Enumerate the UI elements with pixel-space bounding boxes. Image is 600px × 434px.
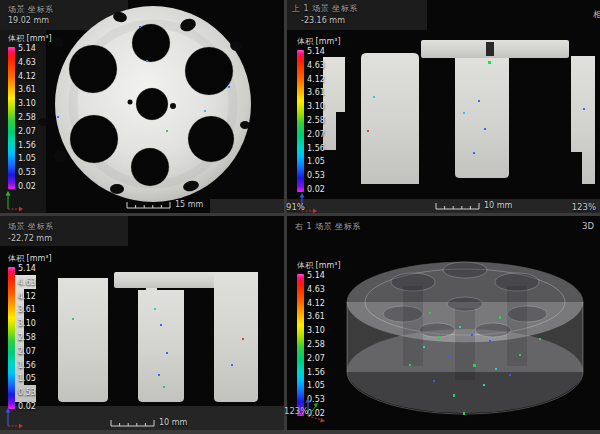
volume-color-legend: 体积 [mm³] 5.144.634.123.613.102.582.071.5… xyxy=(8,253,52,411)
slice-position: -23.16 mm xyxy=(301,16,345,25)
viewport-bottom-left[interactable]: 场景 坐标系 -22.72 mm 体积 [mm³] 5.144.634.123.… xyxy=(0,216,284,430)
scale-bar: 10 mm xyxy=(435,201,512,210)
view-mode-label: 3D xyxy=(582,221,594,231)
scale-bar-label: 10 mm xyxy=(484,202,512,210)
scale-bar-label: 10 mm xyxy=(159,419,187,427)
legend-tick: 1.05 xyxy=(307,382,325,390)
legend-tick: 5.14 xyxy=(18,265,36,273)
view-title: 场景 坐标系 xyxy=(8,221,54,232)
viewport-top-left[interactable]: 场景 坐标系 19.02 mm 体积 [mm³] 5.144.634.123.6… xyxy=(0,0,284,213)
legend-tick: 3.10 xyxy=(307,327,325,335)
legend-tick: 5.14 xyxy=(307,272,325,280)
zoom-level: 91% xyxy=(286,202,305,212)
legend-tick: 2.58 xyxy=(18,114,36,122)
legend-tick: 1.05 xyxy=(18,155,36,163)
legend-tick: 2.07 xyxy=(18,348,36,356)
legend-tick: 4.12 xyxy=(307,76,325,84)
scale-bar-ticks-icon xyxy=(110,418,156,427)
legend-tick: 4.63 xyxy=(18,59,36,67)
legend-tick: 2.07 xyxy=(307,131,325,139)
legend-tick: 1.56 xyxy=(18,362,36,370)
legend-gradient-bar[interactable] xyxy=(8,47,15,189)
volume-color-legend: 体积 [mm³] 5.144.634.123.613.102.582.071.5… xyxy=(8,33,52,191)
legend-tick: 4.12 xyxy=(18,293,36,301)
legend-tick: 0.53 xyxy=(18,169,36,177)
legend-gradient-bar[interactable] xyxy=(8,267,15,409)
legend-tick: 4.63 xyxy=(18,279,36,287)
legend-ticks: 5.144.634.123.613.102.582.071.561.050.53… xyxy=(18,45,36,191)
legend-tick: 2.07 xyxy=(307,355,325,363)
legend-tick: 1.56 xyxy=(18,142,36,150)
legend-tick: 1.05 xyxy=(307,158,325,166)
legend-tick: 3.61 xyxy=(18,86,36,94)
legend-tick: 3.10 xyxy=(307,103,325,111)
legend-ticks: 5.144.634.123.613.102.582.071.561.050.53… xyxy=(18,265,36,411)
viewport-bottom-right[interactable]: 右 1 场景 坐标系 3D 体积 [mm³] 5.144.634.123.613… xyxy=(287,216,600,430)
legend-tick: 1.56 xyxy=(307,145,325,153)
view-title: 场景 坐标系 xyxy=(8,4,54,15)
zoom-level: 123% xyxy=(284,406,308,416)
scale-bar-label: 15 mm xyxy=(175,201,203,209)
legend-tick: 3.61 xyxy=(307,89,325,97)
axis-indicator-icon xyxy=(2,407,26,429)
ct-part-cross-section xyxy=(323,40,595,184)
slice-position: -22.72 mm xyxy=(8,234,52,243)
legend-tick: 4.63 xyxy=(307,62,325,70)
legend-tick: 3.61 xyxy=(18,306,36,314)
legend-tick: 4.12 xyxy=(307,300,325,308)
legend-tick: 3.10 xyxy=(18,100,36,108)
legend-tick: 2.58 xyxy=(307,341,325,349)
legend-tick: 2.07 xyxy=(18,128,36,136)
volume-color-legend: 体积 [mm³] 5.144.634.123.613.102.582.071.5… xyxy=(297,36,341,194)
ct-inspection-app: 场景 坐标系 19.02 mm 体积 [mm³] 5.144.634.123.6… xyxy=(0,0,600,434)
legend-tick: 0.53 xyxy=(307,172,325,180)
legend-title: 体积 [mm³] xyxy=(8,33,52,44)
scale-bar: 10 mm xyxy=(110,418,187,427)
slice-position: 19.02 mm xyxy=(8,16,49,25)
legend-ticks: 5.144.634.123.613.102.582.071.561.050.53… xyxy=(307,48,325,194)
legend-title: 体积 [mm³] xyxy=(297,36,341,47)
scale-bar-ticks-icon xyxy=(435,201,481,210)
legend-title: 体积 [mm³] xyxy=(8,253,52,264)
legend-tick: 3.10 xyxy=(18,320,36,328)
axis-indicator-icon xyxy=(2,188,26,212)
legend-tick: 1.56 xyxy=(307,369,325,377)
legend-tick: 5.14 xyxy=(307,48,325,56)
legend-title: 体积 [mm³] xyxy=(297,260,341,271)
scale-bar: 15 mm xyxy=(126,200,203,209)
legend-tick: 0.53 xyxy=(18,389,36,397)
clipped-corner-label: 相 xyxy=(593,2,600,21)
legend-tick: 4.12 xyxy=(18,73,36,81)
legend-gradient-bar[interactable] xyxy=(297,50,304,192)
viewport-top-right[interactable]: 上 1 场景 坐标系 -23.16 mm 相 体积 [mm³] 5.144.63… xyxy=(287,0,600,213)
scale-bar-ticks-icon xyxy=(126,200,172,209)
legend-tick: 3.61 xyxy=(307,313,325,321)
view-title: 右 1 场景 坐标系 xyxy=(295,221,361,232)
zoom-level: 123% xyxy=(572,202,596,212)
legend-tick: 1.05 xyxy=(18,375,36,383)
legend-tick: 5.14 xyxy=(18,45,36,53)
legend-tick: 4.63 xyxy=(307,286,325,294)
legend-tick: 2.58 xyxy=(18,334,36,342)
legend-tick: 2.58 xyxy=(307,117,325,125)
slot-void xyxy=(486,42,494,56)
view-title: 上 1 场景 坐标系 xyxy=(292,3,358,14)
